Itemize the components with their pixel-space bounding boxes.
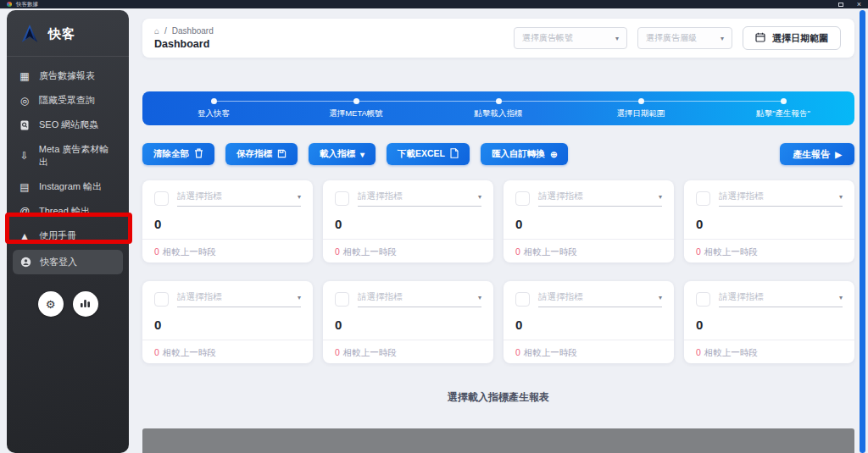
metric-select[interactable]: 請選擇指標 ▾ bbox=[538, 291, 662, 307]
chevron-down-icon: ▾ bbox=[298, 193, 301, 201]
chevron-down-icon: ▾ bbox=[360, 150, 364, 159]
breadcrumb-separator: / bbox=[164, 26, 167, 36]
import-custom-conversion-button[interactable]: 匯入自訂轉換 ⊕ bbox=[481, 143, 568, 165]
home-icon[interactable]: ⌂ bbox=[154, 26, 159, 36]
compare-label: 相較上一時段 bbox=[343, 246, 397, 258]
sidebar-item-label: Thread 輸出 bbox=[39, 205, 90, 218]
trash-icon bbox=[194, 148, 203, 160]
ad-level-placeholder: 選擇廣告層級 bbox=[646, 32, 697, 44]
window-restore-button[interactable] bbox=[838, 3, 843, 7]
compare-label: 相較上一時段 bbox=[343, 347, 397, 359]
page-scrollbar[interactable] bbox=[860, 10, 865, 453]
toolbar: 清除全部 保存指標 載入指標 ▾ 下載EXCEL bbox=[142, 143, 854, 165]
analytics-button[interactable] bbox=[73, 291, 98, 317]
chevron-down-icon: ▾ bbox=[839, 193, 843, 201]
metric-value: 0 bbox=[154, 318, 301, 332]
metric-card: 請選擇指標 ▾ 0 0 相較上一時段 bbox=[323, 281, 493, 363]
download-icon: ⇩ bbox=[19, 150, 31, 162]
metric-select[interactable]: 請選擇指標 ▾ bbox=[358, 291, 481, 307]
sidebar-nav: ▦ 廣告數據報表 ◎ 隱藏受眾查詢 SEO 網站爬蟲 ⇩ Meta 廣告素材輸出… bbox=[7, 64, 129, 274]
metric-card: 請選擇指標 ▾ 0 0 相較上一時段 bbox=[504, 281, 674, 363]
compare-value: 0 bbox=[335, 246, 340, 258]
sidebar-quick-actions: ⚙ bbox=[7, 291, 129, 317]
metric-checkbox[interactable] bbox=[515, 292, 530, 307]
chevron-down-icon: ▾ bbox=[839, 294, 843, 301]
download-excel-button[interactable]: 下載EXCEL bbox=[387, 143, 470, 165]
sidebar-item-manual[interactable]: ▲ 使用手冊 bbox=[7, 224, 129, 248]
sidebar-item-thread-export[interactable]: @ Thread 輸出 bbox=[7, 199, 129, 224]
generate-report-button[interactable]: 產生報告 ▶ bbox=[780, 143, 854, 165]
stepper-step-login: 登入快客 bbox=[142, 98, 285, 125]
metric-checkbox[interactable] bbox=[515, 191, 530, 206]
sidebar-item-meta-export[interactable]: ⇩ Meta 廣告素材輸出 bbox=[7, 137, 129, 174]
step-dot bbox=[353, 98, 359, 104]
stepper-step-select-meta: 選擇META帳號 bbox=[285, 98, 427, 125]
workflow-stepper: 登入快客 選擇META帳號 點擊載入指標 選擇日期範圍 點擊"產生報告" bbox=[142, 91, 854, 125]
metric-select[interactable]: 請選擇指標 ▾ bbox=[719, 291, 843, 307]
save-icon bbox=[277, 149, 287, 160]
metric-value: 0 bbox=[515, 318, 662, 332]
save-metrics-button[interactable]: 保存指標 bbox=[225, 143, 298, 165]
breadcrumb: ⌂ / Dashboard bbox=[154, 26, 214, 36]
sidebar-item-label: Meta 廣告素材輸出 bbox=[39, 143, 117, 168]
metric-select[interactable]: 請選擇指標 ▾ bbox=[177, 291, 301, 307]
metric-value: 0 bbox=[154, 217, 301, 231]
metric-checkbox[interactable] bbox=[335, 191, 349, 206]
chevron-down-icon: ▾ bbox=[478, 294, 481, 301]
chevron-down-icon: ▾ bbox=[659, 193, 662, 201]
clear-all-button[interactable]: 清除全部 bbox=[142, 143, 214, 165]
compare-value: 0 bbox=[696, 246, 701, 258]
metric-value: 0 bbox=[335, 318, 481, 332]
sidebar-item-login[interactable]: 快客登入 bbox=[13, 250, 123, 274]
metric-checkbox[interactable] bbox=[154, 191, 169, 206]
sidebar-item-label: 快客登入 bbox=[40, 256, 77, 268]
compare-value: 0 bbox=[515, 246, 520, 258]
metric-select[interactable]: 請選擇指標 ▾ bbox=[538, 191, 662, 207]
target-icon: ◎ bbox=[19, 95, 31, 107]
compare-label: 相較上一時段 bbox=[524, 246, 577, 258]
at-icon: @ bbox=[19, 206, 31, 218]
metric-checkbox[interactable] bbox=[154, 292, 169, 307]
main-content: ⌂ / Dashboard Dashboard 選擇廣告帳號 ▾ 選擇廣告層級 … bbox=[142, 19, 854, 453]
chevron-down-icon: ▾ bbox=[721, 35, 724, 42]
stepper-step-generate: 點擊"產生報告" bbox=[712, 98, 854, 125]
date-range-label: 選擇日期範圍 bbox=[772, 32, 828, 45]
compare-label: 相較上一時段 bbox=[524, 347, 577, 359]
metric-checkbox[interactable] bbox=[335, 292, 349, 307]
sidebar-divider bbox=[7, 56, 129, 57]
app-logo-icon bbox=[7, 2, 12, 7]
sidebar-item-instagram-export[interactable]: ▤ Instagram 輸出 bbox=[7, 174, 129, 199]
ad-level-select[interactable]: 選擇廣告層級 ▾ bbox=[637, 27, 732, 49]
settings-button[interactable]: ⚙ bbox=[38, 291, 64, 317]
chevron-down-icon: ▾ bbox=[298, 294, 301, 301]
file-search-icon bbox=[19, 120, 31, 130]
load-metrics-button[interactable]: 載入指標 ▾ bbox=[309, 143, 376, 165]
grid-icon: ▦ bbox=[19, 70, 31, 82]
metric-select[interactable]: 請選擇指標 ▾ bbox=[719, 191, 843, 207]
sidebar-item-hidden-audience[interactable]: ◎ 隱藏受眾查詢 bbox=[7, 88, 129, 113]
metric-select[interactable]: 請選擇指標 ▾ bbox=[177, 191, 301, 207]
metric-select[interactable]: 請選擇指標 ▾ bbox=[358, 191, 481, 207]
page-header: ⌂ / Dashboard Dashboard 選擇廣告帳號 ▾ 選擇廣告層級 … bbox=[142, 19, 854, 58]
ad-account-select[interactable]: 選擇廣告帳號 ▾ bbox=[514, 27, 627, 49]
compare-label: 相較上一時段 bbox=[704, 246, 758, 258]
stepper-step-date-range: 選擇日期範圍 bbox=[570, 98, 712, 125]
metric-checkbox[interactable] bbox=[696, 191, 710, 206]
file-icon bbox=[450, 148, 459, 160]
empty-state-hint: 選擇載入指標產生報表 bbox=[142, 390, 854, 405]
sidebar-item-ad-report[interactable]: ▦ 廣告數據報表 bbox=[7, 64, 129, 88]
sidebar-item-seo-crawler[interactable]: SEO 網站爬蟲 bbox=[7, 113, 129, 137]
metric-checkbox[interactable] bbox=[696, 292, 710, 307]
compare-value: 0 bbox=[154, 246, 159, 258]
breadcrumb-current[interactable]: Dashboard bbox=[172, 26, 214, 36]
window-close-button[interactable]: × bbox=[857, 0, 861, 8]
sidebar-item-label: 隱藏受眾查詢 bbox=[39, 94, 95, 107]
step-dot bbox=[781, 98, 787, 104]
brand-name: 快客 bbox=[48, 26, 75, 42]
window-titlebar: 快客數據 × bbox=[0, 0, 868, 8]
date-range-button[interactable]: 選擇日期範圍 bbox=[743, 26, 841, 50]
sidebar-item-label: 廣告數據報表 bbox=[39, 69, 95, 82]
metric-card: 請選擇指標 ▾ 0 0 相較上一時段 bbox=[142, 281, 313, 363]
metric-value: 0 bbox=[335, 217, 481, 231]
step-dot bbox=[638, 98, 644, 104]
